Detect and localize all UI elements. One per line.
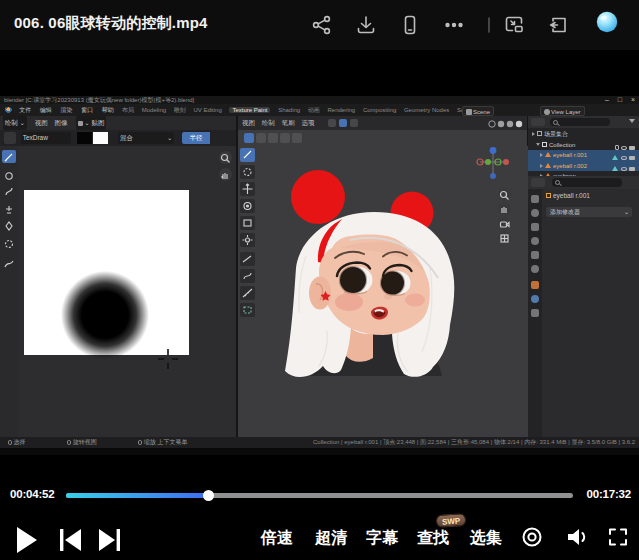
- viewport-3d[interactable]: [238, 146, 528, 437]
- phone-icon[interactable]: [399, 14, 421, 36]
- outliner-search[interactable]: [550, 118, 610, 126]
- outliner-row-scene-collection[interactable]: 场景集合: [528, 129, 639, 140]
- play-button[interactable]: [17, 527, 37, 557]
- tab-modeling[interactable]: Modeling: [142, 107, 166, 113]
- menu-file[interactable]: 文件: [19, 107, 31, 113]
- tab-compositing[interactable]: Compositing: [363, 107, 396, 113]
- next-button[interactable]: [99, 529, 120, 555]
- search-button[interactable]: 查找: [417, 528, 449, 549]
- previous-button[interactable]: [60, 529, 81, 555]
- progress-bar[interactable]: [66, 493, 573, 498]
- ptab-view-layer[interactable]: [531, 237, 539, 245]
- vp-widget[interactable]: [328, 119, 336, 127]
- properties-editor[interactable]: eyeball r.001 添加修改器⌄: [528, 176, 639, 437]
- tab-animation[interactable]: 动画: [308, 107, 320, 113]
- record-icon[interactable]: [521, 526, 543, 552]
- paint-canvas[interactable]: [24, 190, 189, 355]
- volume-icon[interactable]: [566, 526, 590, 552]
- quality-button[interactable]: 超清: [315, 528, 347, 549]
- vp-menu-view[interactable]: 视图: [242, 119, 255, 126]
- video-frame[interactable]: blender [C:课堂学习20230913 (魔女玩偶new folder)…: [0, 96, 639, 455]
- vp-zoom-icon[interactable]: [498, 188, 511, 201]
- editor-type-dropdown[interactable]: 绘制 ⌄: [3, 116, 27, 130]
- tool-smear[interactable]: [2, 184, 16, 197]
- vp-menu-paint[interactable]: 绘制: [262, 119, 275, 126]
- vp-tool-rotate[interactable]: [240, 199, 255, 213]
- vp-tool-annotate[interactable]: [240, 252, 255, 266]
- pan-hand-icon[interactable]: [219, 168, 232, 181]
- texture-slot[interactable]: [256, 133, 266, 143]
- ptab-data[interactable]: [531, 309, 539, 317]
- texture-slot[interactable]: [268, 133, 278, 143]
- vp-tool-scale[interactable]: [240, 216, 255, 230]
- tab-geometry-nodes[interactable]: Geometry Nodes: [404, 107, 449, 113]
- ptab-world[interactable]: [531, 265, 539, 273]
- vp-camera-icon[interactable]: [498, 217, 511, 230]
- image-editor[interactable]: [0, 146, 236, 437]
- tool-fill[interactable]: [2, 218, 16, 231]
- tab-sculpting[interactable]: 雕刻: [174, 107, 186, 113]
- tab-shading[interactable]: Shading: [278, 107, 300, 113]
- ptab-output[interactable]: [531, 223, 539, 231]
- tab-layout[interactable]: 布局: [122, 107, 134, 113]
- menu-window[interactable]: 窗口: [81, 107, 93, 113]
- tool-annotate[interactable]: [2, 256, 16, 269]
- ptab-scene[interactable]: [531, 251, 539, 259]
- tab-uv-editing[interactable]: UV Editing: [193, 107, 221, 113]
- vp-tool-smear[interactable]: [240, 269, 255, 283]
- ptab-tool[interactable]: [531, 195, 539, 203]
- tool-mask[interactable]: [2, 236, 16, 249]
- texture-slot[interactable]: [292, 133, 302, 143]
- outliner-row-collection[interactable]: Collection: [528, 140, 639, 151]
- speed-button[interactable]: 倍速: [261, 528, 293, 549]
- vp-menu-brush[interactable]: 笔刷: [282, 119, 295, 126]
- vp-widget-active[interactable]: [339, 119, 347, 127]
- menu-view[interactable]: 视图: [35, 119, 48, 126]
- primary-color-swatch[interactable]: [77, 132, 92, 144]
- playlist-button[interactable]: 选集: [470, 528, 502, 549]
- texture-slot-active[interactable]: [244, 133, 254, 143]
- menu-help[interactable]: 帮助: [102, 107, 114, 113]
- outliner-display-mode[interactable]: [531, 118, 545, 126]
- tool-clone[interactable]: [2, 202, 16, 215]
- vp-menu-options[interactable]: 选项: [301, 119, 314, 126]
- tool-draw[interactable]: [2, 150, 16, 163]
- scene-selector[interactable]: Scene: [462, 106, 494, 116]
- download-icon[interactable]: [355, 14, 377, 36]
- add-modifier-button[interactable]: 添加修改器⌄: [546, 207, 632, 217]
- zoom-icon[interactable]: [219, 151, 232, 164]
- tool-soften[interactable]: [2, 168, 16, 181]
- viewport-gizmo[interactable]: [474, 146, 520, 186]
- ptab-object[interactable]: [531, 281, 539, 289]
- outliner[interactable]: 场景集合 Collection eyeball r.001 eyeball r.…: [528, 116, 639, 176]
- vp-tool-transform[interactable]: [240, 233, 255, 247]
- vp-tool-measure[interactable]: [240, 286, 255, 300]
- brush-name[interactable]: TexDraw: [21, 132, 71, 144]
- vp-tool-move[interactable]: [240, 182, 255, 196]
- menu-edit[interactable]: 编辑: [40, 107, 52, 113]
- vp-grid-icon[interactable]: [498, 231, 511, 244]
- radius-slider[interactable]: 半径: [182, 132, 210, 144]
- tab-rendering[interactable]: Rendering: [328, 107, 356, 113]
- vp-tool-select-circle[interactable]: [240, 165, 255, 179]
- outliner-row-eyeball-002[interactable]: eyeball r.002: [528, 161, 639, 172]
- blend-mode-dropdown[interactable]: 混合⌄: [118, 132, 174, 144]
- outliner-filter-icon[interactable]: [629, 119, 635, 123]
- outliner-row-eyeball-001[interactable]: eyeball r.001: [528, 150, 639, 161]
- vp-pan-hand-icon[interactable]: [498, 202, 511, 215]
- window-maximize-button[interactable]: □: [618, 96, 622, 104]
- sidebar-icon[interactable]: [547, 14, 569, 36]
- window-close-button[interactable]: ×: [631, 96, 635, 104]
- ptab-modifiers[interactable]: [531, 295, 539, 303]
- pip-icon[interactable]: [503, 14, 525, 36]
- more-icon[interactable]: [443, 14, 465, 36]
- window-minimize-button[interactable]: –: [605, 96, 609, 104]
- properties-search[interactable]: [552, 178, 622, 187]
- avatar[interactable]: [596, 11, 624, 39]
- shading-mode-icons[interactable]: [488, 119, 524, 130]
- vp-widget[interactable]: [350, 119, 358, 127]
- properties-mode-icon[interactable]: [531, 178, 545, 187]
- view-layer-selector[interactable]: View Layer: [540, 106, 585, 116]
- fullscreen-icon[interactable]: [608, 526, 628, 552]
- tab-texture-paint[interactable]: Texture Paint: [229, 107, 270, 113]
